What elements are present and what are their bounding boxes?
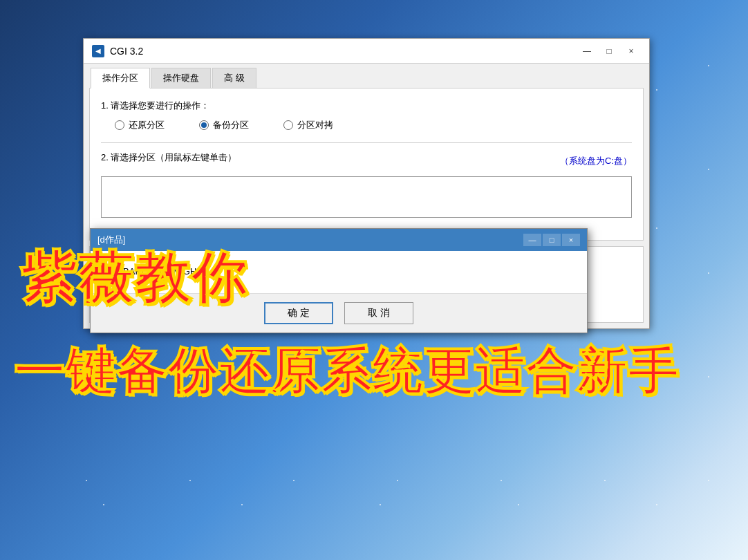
dialog-close-button[interactable]: × xyxy=(562,234,580,246)
section-operation: 1. 请选择您要进行的操作： 还原分区 备份分区 分区对拷 xyxy=(101,100,632,131)
title-bar-left: CGI 3.2 xyxy=(92,45,143,57)
section2-header: 2. 请选择分区（用鼠标左键单击） （系统盘为C:盘） xyxy=(101,151,632,171)
tab-advanced[interactable]: 高 级 xyxy=(212,68,256,88)
app-icon xyxy=(92,45,104,57)
dialog-cancel-button[interactable]: 取 消 xyxy=(344,302,413,324)
radio-clone-label: 分区对拷 xyxy=(297,119,333,131)
radio-restore-label: 还原分区 xyxy=(129,119,165,131)
minimize-button[interactable]: — xyxy=(577,44,597,58)
dialog-maximize-button[interactable]: □ xyxy=(543,234,561,246)
window-controls: — □ × xyxy=(577,44,641,58)
section-partition-select: 2. 请选择分区（用鼠标左键单击） （系统盘为C:盘） xyxy=(101,151,632,218)
main-content: 1. 请选择您要进行的操作： 还原分区 备份分区 分区对拷 xyxy=(89,88,644,241)
window-title: CGI 3.2 xyxy=(110,46,143,57)
tab-disk-ops[interactable]: 操作硬盘 xyxy=(151,68,211,88)
operation-radio-group: 还原分区 备份分区 分区对拷 xyxy=(101,119,632,131)
radio-restore[interactable]: 还原分区 xyxy=(115,119,165,131)
dialog-minimize-button[interactable]: — xyxy=(523,234,541,246)
radio-backup-circle xyxy=(199,120,209,130)
radio-clone[interactable]: 分区对拷 xyxy=(283,119,333,131)
maximize-button[interactable]: □ xyxy=(599,44,619,58)
tab-partition-ops[interactable]: 操作分区 xyxy=(91,68,150,88)
section2-title: 2. 请选择分区（用鼠标左键单击） xyxy=(101,151,236,164)
dialog-controls: — □ × xyxy=(523,234,580,246)
section-divider xyxy=(101,142,632,143)
section2-hint: （系统盘为C:盘） xyxy=(560,155,632,167)
title-bar: CGI 3.2 — □ × xyxy=(84,39,649,64)
tab-bar: 操作分区 操作硬盘 高 级 xyxy=(84,64,649,88)
radio-clone-circle xyxy=(283,120,293,130)
radio-restore-circle xyxy=(115,120,124,130)
overlay-text-2: 一键备份还原系统更适合新手 xyxy=(14,339,679,405)
close-button[interactable]: × xyxy=(621,44,641,58)
overlay-text-1: 紫薇教你 xyxy=(21,242,247,317)
section1-title: 1. 请选择您要进行的操作： xyxy=(101,100,632,112)
radio-backup[interactable]: 备份分区 xyxy=(199,119,249,131)
dialog-ok-button[interactable]: 确 定 xyxy=(264,302,333,324)
radio-backup-label: 备份分区 xyxy=(213,119,249,131)
partition-list[interactable] xyxy=(101,176,632,218)
